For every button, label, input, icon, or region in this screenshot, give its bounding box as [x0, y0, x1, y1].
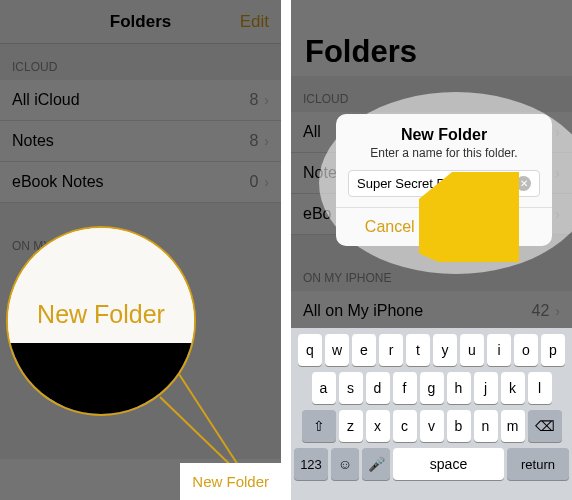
magnifier-callout: New Folder [6, 226, 196, 416]
folder-name: eBo [303, 205, 331, 223]
chevron-right-icon: › [555, 303, 560, 319]
chevron-right-icon: › [264, 133, 269, 149]
keyboard-row: ⇧ z x c v b n m ⌫ [294, 410, 569, 442]
space-key[interactable]: space [393, 448, 504, 480]
key[interactable]: p [541, 334, 565, 366]
folder-count: 0 [249, 173, 258, 190]
key[interactable]: b [447, 410, 471, 442]
new-folder-button[interactable]: New Folder [180, 463, 281, 500]
input-value: Super Secret Picture [357, 176, 514, 191]
list-item[interactable]: eBook Notes 0› [0, 162, 281, 203]
key[interactable]: e [352, 334, 376, 366]
page-title: Folders [305, 34, 417, 70]
keyboard: q w e r t y u i o p a s d f g h j k l [291, 328, 572, 500]
nav-title: Folders [110, 12, 171, 32]
cancel-button[interactable]: Cancel [336, 208, 445, 246]
key[interactable]: c [393, 410, 417, 442]
key[interactable]: n [474, 410, 498, 442]
key[interactable]: y [433, 334, 457, 366]
chevron-right-icon: › [264, 92, 269, 108]
keyboard-row: q w e r t y u i o p [294, 334, 569, 366]
key[interactable]: o [514, 334, 538, 366]
clear-input-icon[interactable]: ✕ [516, 176, 531, 191]
nav-header: Folders Edit [0, 0, 281, 44]
folder-name: All iCloud [12, 91, 80, 109]
key[interactable]: k [501, 372, 525, 404]
keyboard-row: a s d f g h j k l [294, 372, 569, 404]
edit-button[interactable]: Edit [240, 12, 269, 32]
key[interactable]: z [339, 410, 363, 442]
chevron-right-icon: › [264, 174, 269, 190]
key[interactable]: t [406, 334, 430, 366]
chevron-right-icon: › [555, 124, 560, 140]
dialog-subtitle: Enter a name for this folder. [336, 146, 552, 170]
key[interactable]: l [528, 372, 552, 404]
key[interactable]: u [460, 334, 484, 366]
folder-name: Notes [12, 132, 54, 150]
section-header-icloud: ICLOUD [291, 76, 572, 112]
key[interactable]: v [420, 410, 444, 442]
folder-name: All [303, 123, 321, 141]
dialog-title: New Folder [336, 114, 552, 146]
key[interactable]: x [366, 410, 390, 442]
list-item[interactable]: Notes 8› [0, 121, 281, 162]
key[interactable]: h [447, 372, 471, 404]
folder-name: All on My iPhone [303, 302, 423, 320]
folder-name: Note [303, 164, 337, 182]
key[interactable]: j [474, 372, 498, 404]
folder-count: 8 [249, 91, 258, 108]
return-key[interactable]: return [507, 448, 569, 480]
key[interactable]: q [298, 334, 322, 366]
numbers-key[interactable]: 123 [294, 448, 328, 480]
mic-key[interactable]: 🎤 [362, 448, 390, 480]
section-header-phone: ON MY IPHONE [291, 255, 572, 291]
save-button[interactable]: Save [445, 208, 553, 246]
key[interactable]: w [325, 334, 349, 366]
keyboard-row: 123 ☺ 🎤 space return [294, 448, 569, 480]
folder-name: eBook Notes [12, 173, 104, 191]
left-phone: Folders Edit ICLOUD All iCloud 8› Notes … [0, 0, 281, 500]
new-folder-dialog: New Folder Enter a name for this folder.… [336, 114, 552, 246]
key[interactable]: d [366, 372, 390, 404]
key[interactable]: m [501, 410, 525, 442]
key[interactable]: a [312, 372, 336, 404]
emoji-key[interactable]: ☺ [331, 448, 359, 480]
section-header-icloud: ICLOUD [0, 44, 281, 80]
key[interactable]: r [379, 334, 403, 366]
key[interactable]: i [487, 334, 511, 366]
key[interactable]: s [339, 372, 363, 404]
backspace-key[interactable]: ⌫ [528, 410, 562, 442]
shift-key[interactable]: ⇧ [302, 410, 336, 442]
folder-count: 42 [532, 302, 550, 319]
chevron-right-icon: › [555, 206, 560, 222]
key[interactable]: g [420, 372, 444, 404]
chevron-right-icon: › [555, 165, 560, 181]
folder-name-input[interactable]: Super Secret Picture ✕ [348, 170, 540, 197]
magnified-new-folder-label: New Folder [37, 300, 165, 329]
key[interactable]: f [393, 372, 417, 404]
list-item[interactable]: All on My iPhone 42› [291, 291, 572, 332]
folder-count: 8 [249, 132, 258, 149]
right-phone: Folders ICLOUD All 8› Note 8› eBo 0› ON … [291, 0, 572, 500]
list-item[interactable]: All iCloud 8› [0, 80, 281, 121]
